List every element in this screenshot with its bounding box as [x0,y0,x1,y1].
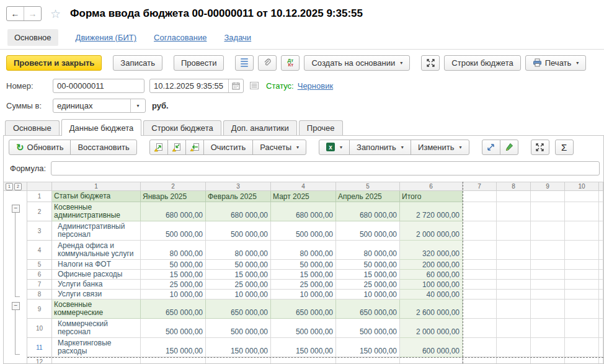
excel-export-button[interactable]: x ▾ [319,140,350,155]
sheet-cell-value[interactable]: 10 000,00 [141,290,206,300]
nav-tab-main[interactable]: Основное [7,29,58,46]
sheet-cell-value[interactable]: 500 000,00 [206,319,271,338]
sheet-cell-value[interactable]: 650 000,00 [141,300,206,319]
sheet-cell[interactable] [497,280,531,290]
sheet-cell[interactable] [599,357,603,363]
sheet-cell-value[interactable]: 650 000,00 [271,300,336,319]
tab-budget-lines[interactable]: Строки бюджета [143,120,221,135]
sheet-cell[interactable] [565,221,599,241]
sheet-cell-value[interactable] [141,357,206,363]
calendar-button[interactable] [228,79,243,92]
sheet-cell-article[interactable]: Аренда офиса и коммунальные услуги [52,241,141,260]
forward-button[interactable]: → [24,7,41,20]
column-header[interactable]: 8 [497,182,531,191]
tab-budget-data[interactable]: Данные бюджета [61,119,142,136]
sheet-cell[interactable] [463,191,497,202]
tab-other[interactable]: Прочее [299,120,343,135]
sheet-cell[interactable] [497,300,531,319]
sheet-cell-article[interactable]: Коммерческий персонал [52,319,141,338]
sheet-cell-total[interactable]: 320 000,00 [400,241,463,260]
row-number[interactable]: 3 [27,221,52,241]
resize-mode-button[interactable] [482,140,500,155]
sheet-cell-total[interactable] [400,357,463,363]
sheet-cell[interactable] [497,191,531,202]
tab-main[interactable]: Основные [5,120,60,135]
column-header[interactable]: 4 [271,182,336,191]
sheet-cell[interactable] [565,280,599,290]
attachments-button[interactable] [258,55,277,71]
sheet-cell-value[interactable]: 10 000,00 [206,290,271,300]
sheet-cell-value[interactable] [336,357,400,363]
sum-button[interactable]: Σ [555,140,574,155]
sheet-cell-article[interactable]: Услуги банка [52,280,141,290]
sheet-cell[interactable] [565,300,599,319]
dt-kt-button[interactable]: ДтКт [281,55,300,71]
sheet-cell-article[interactable]: Косвенные административные [52,202,141,221]
sheet-cell-article[interactable]: Косвенные коммерческие [52,300,141,319]
sheet-cell-article[interactable]: Маркетинговые расходы [52,338,141,357]
clear-button[interactable]: Очистить [203,140,254,155]
sheet-cell-total[interactable]: 2 600 000,00 [400,300,463,319]
row-number[interactable]: 12 [27,357,52,363]
sheet-cell-value[interactable]: 680 000,00 [206,202,271,221]
collapse-group-button[interactable]: − [12,205,20,213]
sheet-cell[interactable] [565,319,599,338]
chevron-down-icon[interactable]: ▾ [130,99,145,112]
sheet-cell-article[interactable]: Административный персонал [52,221,141,241]
sheet-cell-value[interactable]: 15 000,00 [336,270,400,280]
sheet-cell[interactable] [531,270,565,280]
sheet-cell-value[interactable]: 680 000,00 [336,202,400,221]
sheet-cell-value[interactable]: 25 000,00 [271,280,336,290]
sheet-cell[interactable] [497,202,531,221]
date-value[interactable]: 10.12.2025 9:35:55 [150,79,228,92]
sheet-cell[interactable] [599,338,603,357]
outline-level-button[interactable]: 2 [14,183,22,190]
sheet-cell-total[interactable]: 2 000 000,00 [400,221,463,241]
sheet-cell[interactable] [497,357,531,363]
sheet-cell-total[interactable]: 600 000,00 [400,338,463,357]
sheet-cell[interactable] [463,241,497,260]
column-header[interactable]: 10 [565,182,599,191]
sheet-cell[interactable] [599,260,603,270]
sheet-cell-value[interactable]: 500 000,00 [141,221,206,241]
import-button[interactable] [185,140,204,155]
sheet-cell[interactable] [497,338,531,357]
sheet-cell-value[interactable]: 500 000,00 [271,221,336,241]
sheet-cell-value[interactable]: 50 000,00 [141,260,206,270]
sheet-cell[interactable] [599,300,603,319]
sheet-cell-header[interactable]: Итого [400,191,463,202]
row-number[interactable]: 7 [27,280,52,290]
sheet-cell-header[interactable]: Январь 2025 [141,191,206,202]
column-header[interactable]: 3 [206,182,271,191]
row-number[interactable]: 11 [27,338,52,357]
sheet-cell-value[interactable]: 500 000,00 [271,319,336,338]
outline-level-button[interactable]: 1 [6,183,13,190]
sheet-cell[interactable] [497,221,531,241]
sheet-cell-header[interactable]: Апрель 2025 [336,191,400,202]
sheet-cell-total[interactable]: 200 000,00 [400,260,463,270]
sheet-cell-value[interactable]: 500 000,00 [141,319,206,338]
date-field[interactable]: 10.12.2025 9:35:55 [149,79,244,93]
row-number[interactable]: 2 [27,202,52,221]
sheet-cell-value[interactable]: 50 000,00 [336,260,400,270]
column-header[interactable]: 9 [531,182,565,191]
calculations-button[interactable]: Расчеты ▾ [252,140,306,155]
sheet-cell[interactable] [531,221,565,241]
sheet-cell-value[interactable]: 500 000,00 [336,319,400,338]
sheet-cell[interactable] [463,357,497,363]
row-number[interactable]: 1 [27,191,52,202]
sheet-cell[interactable] [531,241,565,260]
sheet-cell[interactable] [531,260,565,270]
column-header[interactable]: 7 [463,182,497,191]
budget-lines-button[interactable]: Строки бюджета [444,55,520,71]
sheet-cell[interactable] [599,290,603,300]
sheet-cell-total[interactable]: 60 000,00 [400,270,463,280]
restore-button[interactable]: Восстановить [70,140,136,155]
post-button[interactable]: Провести [174,55,224,71]
column-header[interactable]: 6 [400,182,463,191]
sheet-cell[interactable] [599,241,603,260]
sheet-cell[interactable] [565,241,599,260]
row-number[interactable]: 6 [27,270,52,280]
sheet-cell[interactable] [463,338,497,357]
load-document-button[interactable] [149,140,168,155]
